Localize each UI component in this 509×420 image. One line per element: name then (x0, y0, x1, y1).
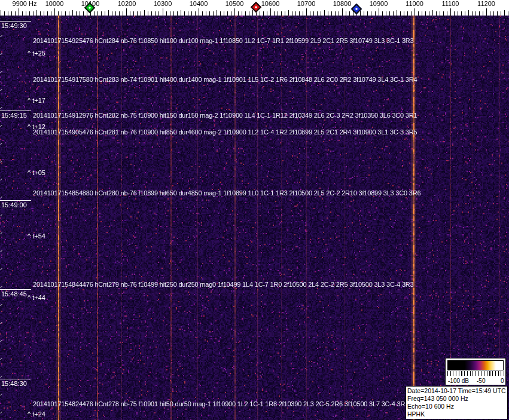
marker-center-dot (355, 8, 358, 10)
status-info-box: Date=2014-10-17 Time=15:49 UTC Freq=143 … (406, 386, 508, 419)
freq-axis-label: 10600 (261, 0, 280, 8)
freq-axis-label: 10000 (45, 0, 64, 8)
detection-log-line: 20141017154844476 hCnt279 nb-76 f10499 h… (33, 281, 414, 288)
time-axis-label: 15:49:30 (1, 23, 27, 29)
time-axis-tick (0, 289, 31, 290)
freq-axis-label: 11000 (406, 0, 423, 8)
freq-axis-label: 9900 Hz (13, 0, 37, 8)
freq-axis-label: 10800 (333, 0, 352, 8)
freq-axis-label: 10900 (370, 0, 388, 8)
detection-log-line: 20141017154824476 hCnt278 nb-75 f10901 h… (33, 401, 409, 407)
db-scale-label-mid: -50 (477, 378, 485, 384)
time-axis-label: 15:48:30 (1, 381, 27, 387)
marker-center-dot (255, 6, 257, 8)
time-axis-tick (0, 379, 31, 379)
time-axis-label: 15:49:15 (1, 112, 27, 119)
detection-log-line: 20141017154854880 hCnt280 nb-76 f10899 h… (33, 190, 420, 197)
time-axis-tick (0, 111, 31, 111)
detection-log-line: 20141017154905476 hCnt281 nb-76 f10900 h… (33, 129, 417, 136)
marker-center-dot (89, 7, 91, 9)
freq-axis-label: 10300 (154, 0, 172, 8)
db-scale-label-max: 0 (501, 378, 504, 384)
time-offset-marker: ^ t+25 (28, 50, 45, 57)
time-axis-tick (0, 21, 31, 22)
spectrogram-screen: 9900 Hz100001010010200103001040010500106… (0, 0, 509, 420)
time-axis-label: 15:49:00 (1, 202, 27, 209)
db-color-scale: -100 dB -50 0 (445, 358, 506, 385)
freq-axis-label: 10700 (297, 0, 316, 8)
time-offset-marker: ^ t+24 (28, 411, 45, 418)
freq-axis-label: 11200 (477, 0, 495, 8)
info-date-time: Date=2014-10-17 Time=15:49 UTC (407, 387, 506, 395)
detection-log-line: 20141017154925476 hCnt284 nb-76 f10850 h… (33, 38, 414, 44)
db-scale-label-min: -100 dB (448, 378, 469, 384)
info-echo: Echo=10 600 Hz (407, 403, 506, 410)
time-axis-tick (0, 200, 31, 201)
time-axis-label: 15:48:45 (1, 291, 27, 298)
time-offset-marker: ^ t+05 (28, 170, 45, 176)
time-offset-marker: ^ t+12 (28, 124, 45, 130)
freq-axis-label: 10400 (190, 0, 208, 8)
info-observer-code: HPHK (407, 410, 506, 418)
detection-log-line: 20141017154912976 hCnt282 nb-75 f10900 h… (33, 112, 417, 119)
freq-axis-label: 10200 (118, 0, 136, 8)
db-gradient-bar (447, 360, 504, 370)
time-offset-marker: ^ t+44 (28, 295, 45, 301)
freq-axis-label: 10500 (225, 0, 244, 8)
detection-log-line: 20141017154917580 hCnt283 nb-74 f10901 h… (33, 76, 417, 83)
frequency-ruler: 9900 Hz100001010010200103001040010500106… (0, 0, 509, 16)
time-offset-marker: ^ t+54 (28, 233, 45, 240)
freq-axis-label: 11100 (442, 0, 459, 8)
info-frequency: Freq=143 050 000 Hz (407, 395, 506, 403)
db-scale-ticks (447, 371, 504, 376)
time-offset-marker: ^ t+17 (28, 97, 45, 104)
